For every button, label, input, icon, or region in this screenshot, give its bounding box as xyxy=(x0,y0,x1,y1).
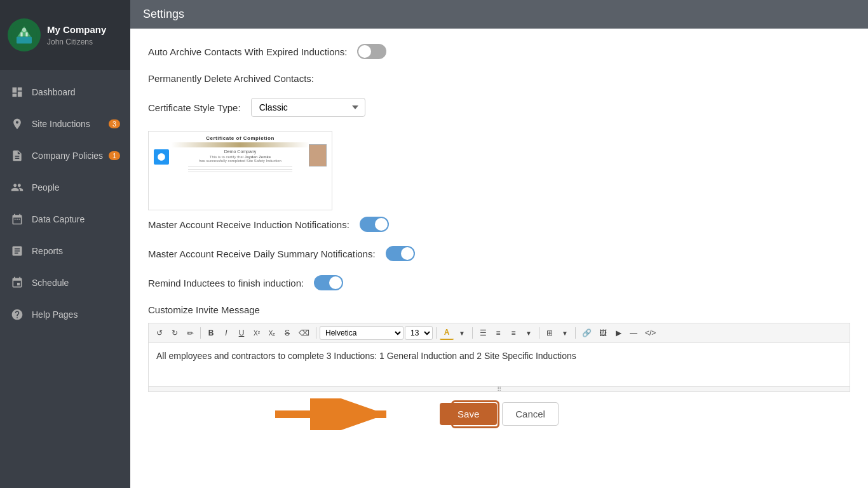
sidebar-item-people[interactable]: People xyxy=(0,172,130,203)
redo-button[interactable]: ↻ xyxy=(168,326,182,340)
align-dropdown[interactable]: ▼ xyxy=(522,326,536,340)
sidebar-item-label-dashboard: Dashboard xyxy=(32,87,120,97)
cert-style-label: Certificate Style Type: xyxy=(148,102,241,113)
settings-container: Settings Auto Archive Contacts With Expi… xyxy=(130,0,868,488)
master-induction-row: Master Account Receive Induction Notific… xyxy=(148,217,850,232)
svg-point-5 xyxy=(22,28,26,32)
sidebar-item-label-data-capture: Data Capture xyxy=(32,214,120,224)
cert-decoration xyxy=(171,142,309,147)
cert-line-2 xyxy=(188,169,292,170)
settings-header: Settings xyxy=(130,0,868,29)
cert-preview-title: Certificate of Completion xyxy=(206,135,275,141)
separator-2 xyxy=(316,327,316,339)
cert-photo xyxy=(309,144,327,166)
strikethrough-button[interactable]: S xyxy=(280,326,294,340)
code-button[interactable]: </> xyxy=(642,326,659,340)
sidebar-item-site-inductions[interactable]: Site Inductions 3 xyxy=(0,108,130,140)
main-content: Settings Auto Archive Contacts With Expi… xyxy=(130,0,868,488)
sidebar-item-label-company-policies: Company Policies xyxy=(32,151,106,161)
separator-5 xyxy=(539,327,539,339)
table-button[interactable]: ⊞ xyxy=(543,326,557,340)
cert-preview-company: Demo Company xyxy=(224,149,257,154)
certificate-inner: Certificate of Completion Demo Company T… xyxy=(149,132,332,210)
editor-resize-handle[interactable] xyxy=(148,387,850,392)
separator-3 xyxy=(436,327,437,339)
remind-inductees-row: Remind Inductees to finish induction: xyxy=(148,275,850,290)
sidebar-item-reports[interactable]: Reports xyxy=(0,235,130,267)
numbered-list-button[interactable]: ≡ xyxy=(491,326,505,340)
video-button[interactable]: ▶ xyxy=(611,326,625,340)
sidebar-nav: Dashboard Site Inductions 3 Company Poli… xyxy=(0,70,130,488)
master-induction-label: Master Account Receive Induction Notific… xyxy=(148,219,349,230)
separator-6 xyxy=(575,327,576,339)
image-button[interactable]: 🖼 xyxy=(596,326,610,340)
auto-archive-slider xyxy=(357,44,386,59)
auto-archive-label: Auto Archive Contacts With Expired Induc… xyxy=(148,46,347,57)
sidebar-item-label-reports: Reports xyxy=(32,246,120,256)
user-name: John Citizens xyxy=(47,37,106,46)
sidebar-item-label-schedule: Schedule xyxy=(32,278,120,288)
master-daily-toggle[interactable] xyxy=(386,246,415,261)
separator-1 xyxy=(200,327,201,339)
horizontal-rule-button[interactable]: — xyxy=(627,326,641,340)
svg-rect-3 xyxy=(20,32,22,36)
link-button[interactable]: 🔗 xyxy=(579,326,595,340)
save-button[interactable]: Save xyxy=(440,403,497,425)
underline-button[interactable]: U xyxy=(234,326,248,340)
reports-icon xyxy=(10,244,24,258)
font-select[interactable]: Helvetica Arial Times New Roman xyxy=(320,326,403,340)
sidebar: My Company John Citizens Dashboard Site … xyxy=(0,0,130,488)
italic-button[interactable]: I xyxy=(219,326,233,340)
sidebar-item-label-people: People xyxy=(32,182,120,193)
arrow-annotation xyxy=(275,398,402,430)
separator-4 xyxy=(472,327,473,339)
invite-section: Customize Invite Message ↺ ↻ ✏ B I U X² … xyxy=(148,304,850,392)
certificate-preview: Certificate of Completion Demo Company T… xyxy=(148,131,332,210)
company-logo[interactable] xyxy=(8,18,41,51)
company-policies-icon xyxy=(10,149,24,163)
sidebar-item-data-capture[interactable]: Data Capture xyxy=(0,203,130,235)
people-icon xyxy=(10,180,24,194)
master-daily-row: Master Account Receive Daily Summary Not… xyxy=(148,246,850,261)
sidebar-header: My Company John Citizens xyxy=(0,0,130,70)
sidebar-item-dashboard[interactable]: Dashboard xyxy=(0,76,130,108)
clear-format-button[interactable]: ⌫ xyxy=(295,326,313,340)
company-info: My Company John Citizens xyxy=(47,24,106,47)
font-color-dropdown[interactable]: ▼ xyxy=(455,326,469,340)
site-inductions-badge: 3 xyxy=(109,119,120,128)
font-size-select[interactable]: 13 12 14 16 xyxy=(405,326,433,340)
cert-lines xyxy=(188,166,292,174)
help-pages-icon xyxy=(10,308,24,322)
invite-message-editor[interactable]: All employees and contractors to complet… xyxy=(148,342,850,387)
font-color-button[interactable]: A xyxy=(440,326,454,340)
cert-style-select[interactable]: Classic Modern Minimal xyxy=(251,98,365,117)
bold-button[interactable]: B xyxy=(204,326,218,340)
bullet-list-button[interactable]: ☰ xyxy=(476,326,490,340)
sidebar-item-label-help-pages: Help Pages xyxy=(32,309,120,320)
auto-archive-row: Auto Archive Contacts With Expired Induc… xyxy=(148,44,850,59)
settings-title: Settings xyxy=(143,8,184,20)
company-name: My Company xyxy=(47,24,106,36)
sidebar-item-schedule[interactable]: Schedule xyxy=(0,267,130,299)
sidebar-item-company-policies[interactable]: Company Policies 1 xyxy=(0,140,130,172)
cancel-button[interactable]: Cancel xyxy=(502,402,559,426)
subscript-button[interactable]: X₂ xyxy=(265,326,279,340)
align-button[interactable]: ≡ xyxy=(506,326,520,340)
sidebar-item-help-pages[interactable]: Help Pages xyxy=(0,299,130,330)
eraser-button[interactable]: ✏ xyxy=(183,326,197,340)
editor-content: All employees and contractors to complet… xyxy=(156,351,576,361)
master-induction-toggle[interactable] xyxy=(360,217,389,232)
master-daily-slider xyxy=(386,246,415,261)
undo-button[interactable]: ↺ xyxy=(153,326,166,340)
table-dropdown[interactable]: ▼ xyxy=(558,326,572,340)
cert-line-1 xyxy=(188,166,292,167)
dashboard-icon xyxy=(10,85,24,99)
superscript-button[interactable]: X² xyxy=(250,326,264,340)
schedule-icon xyxy=(10,276,24,290)
svg-rect-4 xyxy=(25,32,27,36)
cert-line-3 xyxy=(188,172,292,172)
master-daily-label: Master Account Receive Daily Summary Not… xyxy=(148,248,376,259)
invite-label: Customize Invite Message xyxy=(148,304,850,315)
auto-archive-toggle[interactable] xyxy=(357,44,386,59)
remind-inductees-toggle[interactable] xyxy=(314,275,343,290)
